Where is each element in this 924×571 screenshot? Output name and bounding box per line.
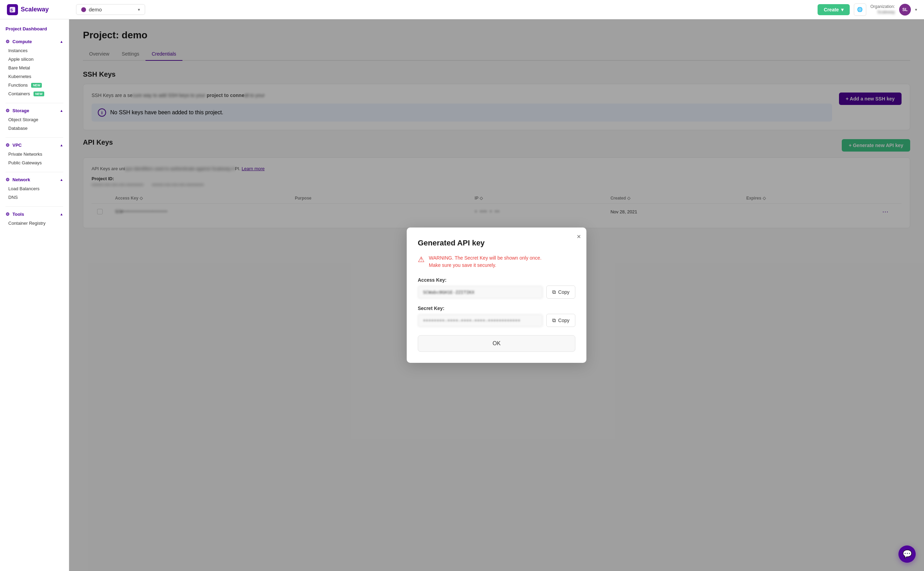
sidebar-item-dns[interactable]: DNS [6, 193, 63, 202]
sidebar-item-container-registry[interactable]: Container Registry [6, 219, 63, 227]
chevron-down-icon: ▾ [915, 7, 917, 12]
logo-area: S Scaleway [7, 4, 76, 15]
modal-warning-box: ⚠ WARNING. The Secret Key will be shown … [418, 255, 575, 269]
modal-close-button[interactable]: × [577, 233, 581, 240]
sidebar-divider-3 [6, 172, 63, 172]
main-content: Project: demo Overview Settings Credenti… [69, 19, 924, 571]
modal-warning-text: WARNING. The Secret Key will be shown on… [429, 255, 542, 269]
modal-ok-button[interactable]: OK [418, 335, 575, 352]
sidebar-item-database[interactable]: Database [6, 124, 63, 133]
globe-icon: 🌐 [857, 7, 863, 12]
sidebar-section-compute: ⚙ Compute ▲ Instances Apple silicon Bare… [0, 37, 69, 100]
sidebar: Project Dashboard ⚙ Compute ▲ Instances … [0, 19, 69, 571]
sidebar-divider-2 [6, 137, 63, 138]
sidebar-item-project-dashboard[interactable]: Project Dashboard [0, 23, 69, 34]
sidebar-item-bare-metal[interactable]: Bare Metal [6, 63, 63, 72]
network-icon: ⚙ [6, 177, 10, 182]
modal-overlay: × Generated API key ⚠ WARNING. The Secre… [69, 19, 924, 571]
copy-access-key-button[interactable]: ⧉ Copy [546, 286, 575, 299]
access-key-label: Access Key: [418, 277, 575, 283]
avatar[interactable]: SL [899, 4, 911, 15]
warning-triangle-icon: ⚠ [418, 255, 425, 264]
sidebar-item-instances[interactable]: Instances [6, 46, 63, 55]
chevron-up-icon: ▲ [60, 109, 63, 113]
logo-text: Scaleway [21, 6, 49, 13]
sidebar-section-network: ⚙ Network ▲ Load Balancers DNS [0, 175, 69, 204]
modal-title: Generated API key [418, 239, 575, 247]
containers-new-badge: NEW [34, 91, 44, 96]
sidebar-section-header-network[interactable]: ⚙ Network ▲ [6, 177, 63, 182]
storage-icon: ⚙ [6, 108, 10, 113]
sidebar-item-object-storage[interactable]: Object Storage [6, 115, 63, 124]
sidebar-item-functions[interactable]: Functions NEW [6, 81, 63, 90]
secret-key-label: Secret Key: [418, 306, 575, 311]
vpc-icon: ⚙ [6, 143, 10, 148]
logo-icon: S [7, 4, 18, 15]
sidebar-item-kubernetes[interactable]: Kubernetes [6, 72, 63, 81]
chat-support-button[interactable]: 💬 [898, 545, 916, 563]
chevron-down-icon: ▾ [841, 7, 844, 12]
sidebar-divider [6, 103, 63, 103]
tools-icon: ⚙ [6, 211, 10, 217]
create-button[interactable]: Create ▾ [817, 4, 850, 15]
copy-icon-2: ⧉ [552, 317, 556, 324]
copy-icon: ⧉ [552, 289, 556, 295]
functions-new-badge: NEW [31, 83, 42, 88]
project-name: demo [89, 6, 135, 12]
chevron-up-icon: ▲ [60, 178, 63, 182]
svg-text:S: S [10, 8, 13, 12]
globe-button[interactable]: 🌐 [854, 3, 866, 16]
sidebar-section-header-storage[interactable]: ⚙ Storage ▲ [6, 108, 63, 113]
sidebar-section-header-vpc[interactable]: ⚙ VPC ▲ [6, 143, 63, 148]
copy-secret-key-button[interactable]: ⧉ Copy [546, 314, 575, 327]
sidebar-section-header-compute[interactable]: ⚙ Compute ▲ [6, 39, 63, 44]
chevron-up-icon: ▲ [60, 212, 63, 216]
secret-key-value: ••••••••-••••-••••-••••-•••••••••••• [418, 314, 543, 327]
sidebar-section-header-tools[interactable]: ⚙ Tools ▲ [6, 211, 63, 217]
modal-generated-api-key: × Generated API key ⚠ WARNING. The Secre… [407, 227, 587, 363]
secret-key-row: ••••••••-••••-••••-••••-•••••••••••• ⧉ C… [418, 314, 575, 327]
sidebar-section-vpc: ⚙ VPC ▲ Private Networks Public Gateways [0, 140, 69, 169]
chevron-down-icon: ▾ [138, 7, 140, 12]
sidebar-item-containers[interactable]: Containers NEW [6, 90, 63, 98]
topnav-right: Create ▾ 🌐 Organization: Scaleway SL ▾ [817, 3, 917, 16]
access-key-value: SCWabc0GH1E-ZZITIKX [418, 286, 543, 299]
topnav: S Scaleway demo ▾ Create ▾ 🌐 Organizatio… [0, 0, 924, 19]
chat-icon: 💬 [902, 549, 912, 559]
project-selector[interactable]: demo ▾ [76, 4, 145, 15]
compute-icon: ⚙ [6, 39, 10, 44]
chevron-up-icon: ▲ [60, 143, 63, 147]
org-info: Organization: Scaleway [870, 4, 895, 15]
sidebar-divider-4 [6, 207, 63, 207]
access-key-row: SCWabc0GH1E-ZZITIKX ⧉ Copy [418, 286, 575, 299]
sidebar-section-tools: ⚙ Tools ▲ Container Registry [0, 210, 69, 230]
sidebar-item-load-balancers[interactable]: Load Balancers [6, 184, 63, 193]
sidebar-item-private-networks[interactable]: Private Networks [6, 150, 63, 159]
sidebar-item-apple-silicon[interactable]: Apple silicon [6, 55, 63, 63]
chevron-up-icon: ▲ [60, 40, 63, 43]
project-dot [81, 7, 86, 12]
sidebar-section-storage: ⚙ Storage ▲ Object Storage Database [0, 106, 69, 135]
sidebar-item-public-gateways[interactable]: Public Gateways [6, 159, 63, 167]
